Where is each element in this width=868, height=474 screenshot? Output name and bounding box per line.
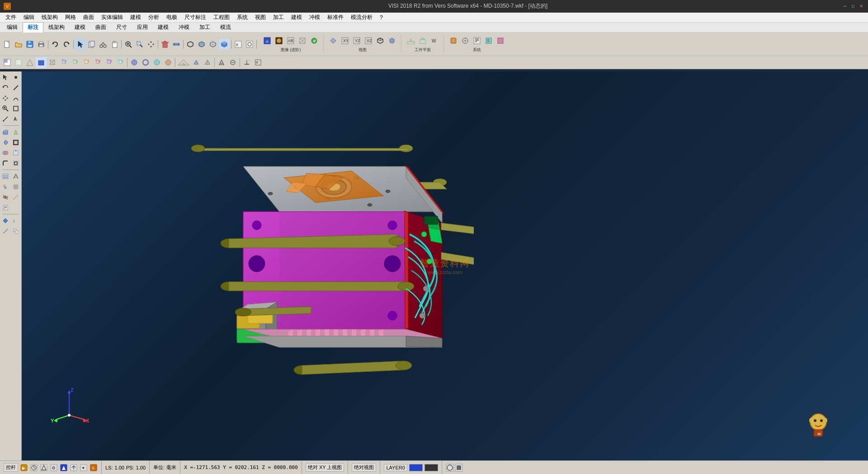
toolbar-new[interactable] (2, 39, 13, 50)
toolbar-r2-1[interactable] (2, 57, 13, 68)
toolbar-img1[interactable] (262, 35, 273, 46)
toolbar-r2-b1[interactable] (129, 57, 140, 68)
sidebar-revolve[interactable] (0, 137, 10, 147)
tab-edit[interactable]: 编辑 (2, 22, 23, 33)
toolbar-r2-cube5[interactable] (104, 57, 114, 68)
status-icon-7[interactable]: ✦ (80, 464, 88, 472)
toolbar-r2-dim1[interactable]: ←→ (241, 57, 252, 68)
toolbar-view3[interactable]: YZ (351, 35, 362, 46)
menu-view[interactable]: 视图 (251, 13, 269, 22)
toolbar-r2-cube3[interactable] (81, 57, 92, 68)
menu-analysis[interactable]: 分析 (145, 13, 163, 22)
toolbar-attr1[interactable]: tI (233, 39, 244, 50)
viewport-3d[interactable]: Z X Y 智造资料网 www.zzzlw.com W (22, 71, 868, 460)
toolbar-r2-render2[interactable] (191, 57, 202, 68)
view-xy-btn[interactable]: 绝对 XY 上视图 (306, 463, 344, 472)
toolbar-img2[interactable] (274, 35, 284, 46)
toolbar-view-3d[interactable] (387, 35, 397, 46)
menu-system[interactable]: 系统 (233, 13, 251, 22)
menu-wireframe[interactable]: 线架构 (38, 13, 61, 22)
toolbar-zoom-window[interactable] (134, 39, 145, 50)
sidebar-point[interactable] (11, 72, 21, 82)
toolbar-select[interactable] (75, 39, 86, 50)
toolbar-sys2[interactable] (460, 35, 471, 46)
sidebar-fillet[interactable] (0, 158, 10, 168)
tab-dim2[interactable]: 尺寸 (111, 22, 132, 33)
maximize-button[interactable]: □ (850, 3, 856, 9)
status-icon-5[interactable] (60, 464, 68, 472)
sidebar-attrib[interactable]: i (11, 216, 21, 226)
toolbar-delete[interactable] (160, 39, 170, 50)
toolbar-wireframe[interactable] (185, 39, 196, 50)
sidebar-polygon[interactable] (11, 104, 21, 114)
toolbar-r2-2[interactable] (13, 57, 24, 68)
menu-standard[interactable]: 标准件 (324, 13, 347, 22)
toolbar-paste[interactable] (109, 39, 120, 50)
toolbar-r2-4[interactable] (36, 57, 47, 68)
layer-style[interactable] (425, 464, 438, 471)
toolbar-sys1[interactable] (448, 35, 459, 46)
status-icon-8[interactable]: S (90, 464, 98, 472)
menu-die[interactable]: 建模 (288, 13, 306, 22)
tab-dimension[interactable]: 标注 (23, 22, 43, 33)
sidebar-zoom[interactable] (0, 104, 10, 114)
toolbar-r2-cube6[interactable] (115, 57, 126, 68)
sidebar-arc[interactable] (11, 93, 21, 103)
toolbar-zoom-all[interactable] (123, 39, 134, 50)
sidebar-sweep[interactable] (0, 226, 10, 236)
toolbar-r2-5[interactable] (47, 57, 58, 68)
sidebar-color[interactable] (0, 182, 10, 192)
toolbar-r2-3[interactable] (24, 57, 35, 68)
sidebar-select-arrow[interactable] (0, 72, 10, 82)
sidebar-construction[interactable] (11, 192, 21, 202)
sidebar-boolean[interactable] (0, 148, 10, 158)
toolbar-move[interactable] (171, 39, 182, 50)
menu-surface[interactable]: 曲面 (80, 13, 98, 22)
sidebar-text[interactable]: A (11, 114, 21, 124)
sidebar-shell[interactable] (11, 137, 21, 147)
toolbar-r2-render3[interactable] (202, 57, 213, 68)
toolbar-copy[interactable] (86, 39, 97, 50)
status-extra-icon-2[interactable] (455, 464, 463, 472)
menu-drawing[interactable]: 工程图 (210, 13, 233, 22)
sidebar-draft[interactable] (11, 127, 21, 137)
toolbar-print[interactable] (36, 39, 47, 50)
tab-die[interactable]: 冲模 (174, 22, 194, 33)
menu-dimension[interactable]: 尺寸标注 (181, 13, 210, 22)
status-layer-section[interactable]: LAYER0 (382, 461, 442, 474)
toolbar-img5[interactable] (309, 35, 320, 46)
sidebar-pan[interactable] (0, 93, 10, 103)
toolbar-r2-cube4[interactable] (92, 57, 103, 68)
tab-wireframe[interactable]: 线架构 (43, 22, 70, 33)
status-lever-btn[interactable]: 控杆 (4, 463, 18, 472)
toolbar-attr2[interactable] (244, 39, 255, 50)
menu-help[interactable]: ? (376, 14, 387, 22)
toolbar-view2[interactable]: XY (340, 35, 350, 46)
layer-btn[interactable]: LAYER0 (384, 464, 407, 471)
status-icon-4[interactable]: ⚙ (50, 464, 58, 472)
sidebar-snap[interactable] (11, 171, 21, 181)
menu-moldflow[interactable]: 模流分析 (347, 13, 376, 22)
status-icon-2[interactable] (30, 464, 38, 472)
menu-file[interactable]: 文件 (2, 13, 20, 22)
tab-model2[interactable]: 建模 (153, 22, 174, 33)
toolbar-img4[interactable] (297, 35, 308, 46)
close-button[interactable]: ✕ (858, 3, 864, 9)
toolbar-sys4[interactable]: S (483, 35, 494, 46)
toolbar-hidden-line[interactable] (208, 39, 218, 50)
tab-surface[interactable]: 曲面 (90, 22, 111, 33)
toolbar-r2-s1[interactable] (216, 57, 227, 68)
sidebar-measure[interactable] (0, 114, 10, 124)
toolbar-view4[interactable]: XZ (363, 35, 374, 46)
toolbar-img3[interactable]: AB (285, 35, 296, 46)
toolbar-r2-s2[interactable] (227, 57, 238, 68)
sidebar-transform2[interactable] (11, 226, 21, 236)
sidebar-face-move[interactable] (11, 148, 21, 158)
sidebar-offset[interactable] (11, 158, 21, 168)
tab-apply[interactable]: 应用 (132, 22, 153, 33)
toolbar-r2-cube1[interactable] (58, 57, 69, 68)
toolbar-r2-render1[interactable] (177, 57, 190, 68)
toolbar-shaded[interactable] (219, 39, 230, 50)
sidebar-rotate[interactable] (0, 83, 10, 93)
toolbar-view1[interactable] (328, 35, 339, 46)
